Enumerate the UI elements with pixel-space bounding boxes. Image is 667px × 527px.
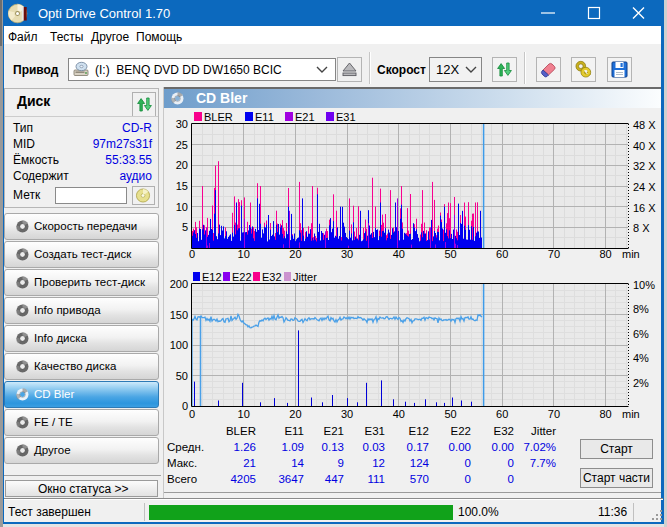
svg-text:70: 70 bbox=[548, 248, 560, 260]
svg-text:8 X: 8 X bbox=[633, 222, 650, 234]
svg-text:40: 40 bbox=[393, 408, 405, 420]
svg-text:60: 60 bbox=[496, 408, 508, 420]
svg-text:30: 30 bbox=[341, 408, 353, 420]
svg-text:50: 50 bbox=[176, 370, 188, 382]
svg-text:5: 5 bbox=[182, 221, 188, 233]
svg-text:min: min bbox=[622, 408, 640, 420]
svg-text:80: 80 bbox=[599, 248, 611, 260]
svg-text:150: 150 bbox=[170, 309, 188, 321]
svg-text:15: 15 bbox=[176, 180, 188, 192]
svg-text:10: 10 bbox=[238, 408, 250, 420]
svg-text:0: 0 bbox=[189, 408, 195, 420]
svg-text:16 X: 16 X bbox=[633, 202, 656, 214]
svg-text:0: 0 bbox=[182, 400, 188, 412]
svg-text:48 X: 48 X bbox=[633, 119, 656, 131]
svg-text:40: 40 bbox=[393, 248, 405, 260]
svg-text:50: 50 bbox=[444, 248, 456, 260]
svg-text:6%: 6% bbox=[633, 328, 649, 340]
svg-text:20: 20 bbox=[289, 248, 301, 260]
svg-text:20: 20 bbox=[289, 408, 301, 420]
svg-text:30: 30 bbox=[341, 248, 353, 260]
svg-text:0: 0 bbox=[189, 248, 195, 260]
svg-text:min: min bbox=[622, 248, 640, 260]
svg-text:60: 60 bbox=[496, 248, 508, 260]
svg-text:200: 200 bbox=[170, 278, 188, 290]
svg-text:50: 50 bbox=[444, 408, 456, 420]
svg-text:24 X: 24 X bbox=[633, 181, 656, 193]
svg-text:40 X: 40 X bbox=[633, 140, 656, 152]
svg-text:100: 100 bbox=[170, 339, 188, 351]
svg-text:4%: 4% bbox=[633, 352, 649, 364]
svg-text:32 X: 32 X bbox=[633, 160, 656, 172]
svg-text:2%: 2% bbox=[633, 377, 649, 389]
svg-text:8%: 8% bbox=[633, 303, 649, 315]
svg-text:20: 20 bbox=[176, 159, 188, 171]
svg-text:70: 70 bbox=[548, 408, 560, 420]
svg-text:25: 25 bbox=[176, 139, 188, 151]
svg-text:10: 10 bbox=[176, 201, 188, 213]
svg-text:10: 10 bbox=[238, 248, 250, 260]
svg-text:80: 80 bbox=[599, 408, 611, 420]
svg-text:10%: 10% bbox=[633, 279, 655, 291]
svg-text:30: 30 bbox=[176, 118, 188, 130]
